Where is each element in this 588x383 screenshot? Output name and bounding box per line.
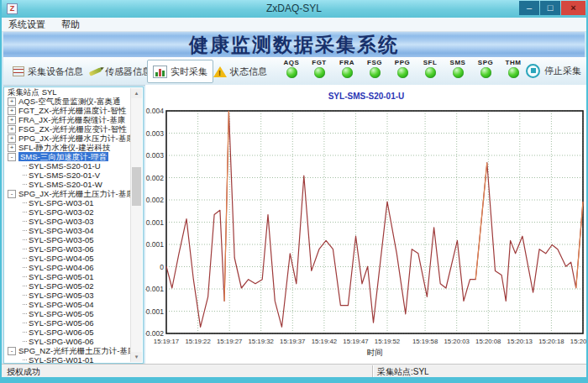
status-led-icon xyxy=(342,67,353,78)
status-bar: 授权成功 采集站点:SYL xyxy=(2,364,588,378)
status-station-text: 采集站点:SYL xyxy=(377,366,429,378)
tree-item-label: SYL-SMS-S20-01-U xyxy=(29,161,101,171)
tree-item-label: SYL-SPG-W05-01 xyxy=(29,272,94,281)
tree-item[interactable]: +SFL-静力水准仪-建岩科技 xyxy=(4,143,143,152)
x-tick-label: 15:19:37 xyxy=(280,338,305,345)
tree-item[interactable]: SYL-SPG-W03-02 xyxy=(4,207,143,217)
tree-item[interactable]: SYL-SPG-W05-05 xyxy=(4,309,143,318)
expand-toggle-icon[interactable]: + xyxy=(8,107,16,115)
realtime-collect-button[interactable]: 实时采集 xyxy=(147,60,213,83)
indicator-PPG: PPG xyxy=(388,59,417,81)
tree-item[interactable]: SYL-SPG-W03-05 xyxy=(4,235,143,244)
tree-item-label-selected: SMS-三向加速度计-理音 xyxy=(18,152,108,161)
tree-item[interactable]: SYL-SPG-W01-01 xyxy=(4,355,143,364)
stop-collect-button[interactable]: 停止采集 xyxy=(526,60,581,81)
indicator-label: SPG xyxy=(471,59,500,66)
scroll-down-icon[interactable]: ▾ xyxy=(131,352,142,362)
status-led-icon xyxy=(370,67,381,78)
tree-line xyxy=(23,184,27,185)
tree-item[interactable]: SYL-SMS-S20-01-V xyxy=(4,171,143,180)
tree-item[interactable]: SYL-SPG-W05-06 xyxy=(4,318,143,328)
x-tick-label: 15:19:52 xyxy=(375,338,400,345)
tree-item[interactable]: 采集站点 SYL xyxy=(4,87,143,97)
tree-line xyxy=(23,359,27,360)
expand-toggle-icon[interactable]: + xyxy=(8,134,16,143)
tree-item[interactable]: SYL-SPG-W06-05 xyxy=(4,328,143,337)
expand-toggle-icon[interactable]: + xyxy=(8,116,16,124)
sensor-pencil-icon xyxy=(89,67,102,76)
tree-line xyxy=(23,341,27,342)
tree-item[interactable]: SYL-SPG-W05-02 xyxy=(4,281,143,291)
tree-item-label: SYL-SPG-W03-01 xyxy=(29,198,94,207)
y-tick-label: 0.001 xyxy=(146,218,165,227)
tree-item[interactable]: +FSG_ZX-光纤光栅应变计-智性 xyxy=(4,124,143,134)
menu-item-system-settings[interactable]: 系统设置 xyxy=(2,18,52,32)
tree-line xyxy=(23,286,27,286)
tree-item[interactable]: -SPG_NZ-光纤光栅土压力计-基康 xyxy=(4,346,143,355)
window-bottom-border xyxy=(2,377,588,383)
tree-item-label: SYL-SPG-W03-04 xyxy=(29,226,94,235)
tree-item-label: FRA_JX-光纤光栅裂缝计-基康 xyxy=(18,115,125,124)
expand-toggle-icon[interactable]: + xyxy=(8,125,16,134)
tree-item[interactable]: SYL-SPG-W03-01 xyxy=(4,198,143,207)
indicator-SFL: SFL xyxy=(416,59,444,81)
status-led-icon xyxy=(314,67,325,78)
y-tick-label: 0.001 xyxy=(146,240,165,249)
tree-item[interactable]: SYL-SPG-W03-06 xyxy=(4,244,143,254)
tree-item[interactable]: SYL-SPG-W03-04 xyxy=(4,226,143,235)
tree-item[interactable]: SYL-SMS-S20-01-W xyxy=(4,180,143,189)
expand-toggle-icon[interactable]: - xyxy=(8,190,16,198)
tree-item-label: SYL-SMS-S20-01-V xyxy=(29,171,100,180)
tree-item[interactable]: -SMS-三向加速度计-理音 xyxy=(4,152,143,161)
spike-highlight xyxy=(224,111,228,301)
tree-item[interactable]: SYL-SPG-W06-06 xyxy=(4,337,143,346)
tree-item[interactable]: SYL-SMS-S20-01-U xyxy=(4,161,143,171)
x-tick-label: 15:20:03 xyxy=(444,338,470,345)
tree-item[interactable]: -SPG_JX-光纤光栅土压力计-基康 xyxy=(4,189,143,198)
realtime-collect-label: 实时采集 xyxy=(171,66,207,78)
tree-item[interactable]: +PPG_JX-光纤光栅水压力计-基康 xyxy=(4,134,143,143)
tree-line xyxy=(23,221,27,222)
tree-item[interactable]: +AQS-空气质量监测仪-富奥通 xyxy=(4,97,143,106)
tree-item[interactable]: SYL-SPG-W05-03 xyxy=(4,291,143,300)
tree-line xyxy=(23,295,27,296)
indicator-SPG: SPG xyxy=(471,59,500,81)
tree-item-label: SYL-SPG-W05-04 xyxy=(29,300,94,309)
tree-item[interactable]: SYL-SPG-W04-06 xyxy=(4,263,143,272)
scroll-up-icon[interactable]: ▴ xyxy=(131,88,142,98)
status-led-icon xyxy=(286,67,297,78)
tree-item-label: SYL-SPG-W05-06 xyxy=(29,318,94,328)
title-bar[interactable]: Z ZxDAQ-SYL – □ × xyxy=(2,0,586,18)
tree-line xyxy=(23,230,27,231)
tree-item[interactable]: SYL-SPG-W05-01 xyxy=(4,272,143,281)
expand-toggle-icon[interactable]: + xyxy=(8,144,16,152)
sensor-info-button[interactable]: 传感器信息 xyxy=(83,60,157,83)
menu-item-help[interactable]: 帮助 xyxy=(55,18,87,32)
tree-item[interactable]: SYL-SPG-W04-05 xyxy=(4,254,143,263)
tree-item[interactable]: SYL-SPG-W05-04 xyxy=(4,300,143,309)
minimize-button[interactable]: – xyxy=(519,1,539,15)
tree-item[interactable]: +FGT_ZX-光纤光栅温度计-智性 xyxy=(4,106,143,115)
tree-line xyxy=(23,267,27,268)
tree-item-label: SFL-静力水准仪-建岩科技 xyxy=(18,143,110,152)
expand-toggle-icon[interactable]: + xyxy=(8,97,16,106)
maximize-button[interactable]: □ xyxy=(540,1,560,15)
status-info-label: 状态信息 xyxy=(230,66,267,78)
realtime-chart-icon xyxy=(153,66,167,78)
tree-line xyxy=(23,276,27,277)
close-button[interactable]: × xyxy=(561,1,585,15)
tree-item[interactable]: SYL-SPG-W03-03 xyxy=(4,217,143,226)
tree-line xyxy=(23,304,27,305)
device-info-button[interactable]: 采集设备信息 xyxy=(7,60,89,83)
tree-line xyxy=(23,323,27,323)
scrollbar-thumb[interactable] xyxy=(132,167,141,206)
status-info-button[interactable]: ! 状态信息 xyxy=(207,60,273,83)
tree-scrollbar[interactable]: ▴ ▾ xyxy=(130,88,142,362)
warning-triangle-icon: ! xyxy=(213,66,227,77)
toolbar: 采集设备信息 传感器信息 实时采集 ! 状态信息 AQSFGTFRAFSGPPG… xyxy=(3,57,588,86)
tree-item-label: SYL-SPG-W04-06 xyxy=(29,263,94,272)
tree-item-label: SYL-SPG-W06-06 xyxy=(29,337,94,346)
tree-item[interactable]: +FRA_JX-光纤光栅裂缝计-基康 xyxy=(4,115,143,124)
expand-toggle-icon[interactable]: - xyxy=(8,347,16,355)
expand-toggle-icon[interactable]: - xyxy=(8,153,16,161)
